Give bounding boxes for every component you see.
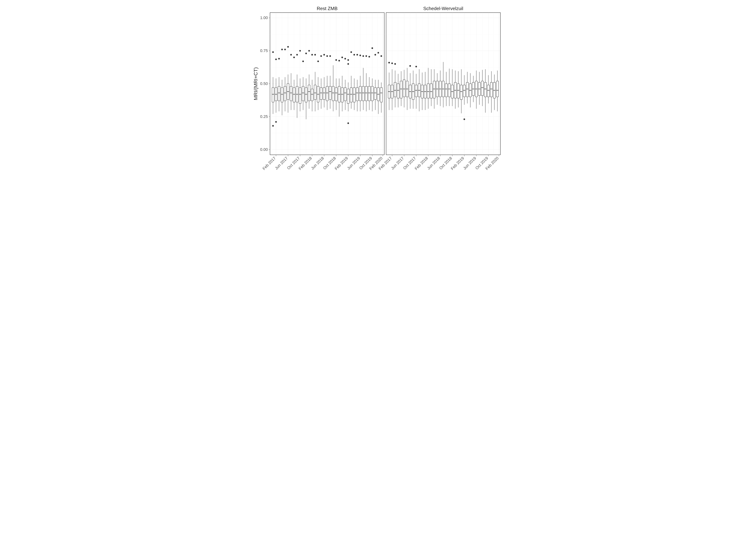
facet-panel: Schedel-WervelzuilFeb 2017Jun 2017Oct 20… [378, 6, 500, 171]
facet-panel: Rest ZMBFeb 2017Jun 2017Oct 2017Feb 2018… [262, 6, 384, 171]
box [350, 88, 352, 102]
box [278, 86, 280, 101]
box [326, 86, 328, 101]
outlier [377, 52, 379, 54]
facet-title: Schedel-Wervelzuil [423, 6, 463, 11]
box [323, 88, 325, 99]
outlier [356, 54, 358, 56]
outlier [287, 46, 289, 48]
box [272, 88, 274, 102]
outlier [374, 54, 376, 56]
outlier [293, 57, 295, 58]
x-tick-label: Jun 2018 [426, 156, 441, 171]
outlier [317, 61, 319, 62]
x-tick-label: Feb 2017 [262, 156, 277, 171]
outlier [305, 53, 307, 54]
outlier [463, 118, 465, 120]
facet-title: Rest ZMB [317, 6, 338, 11]
x-tick-label: Jun 2019 [346, 156, 361, 171]
boxplot-svg: MRI/(MRI+CT)0.000.250.500.751.00Rest ZMB… [252, 4, 504, 184]
x-tick-label: Jun 2017 [390, 156, 405, 171]
outlier [311, 54, 313, 56]
box [380, 88, 382, 102]
box [299, 88, 301, 103]
outlier [290, 54, 292, 56]
y-tick-label: 1.00 [260, 16, 268, 20]
box [344, 88, 346, 101]
outlier [272, 125, 274, 127]
box [281, 88, 283, 102]
outlier [347, 122, 349, 124]
x-tick-label: Jun 2018 [310, 156, 325, 171]
y-tick-label: 0.00 [260, 147, 268, 152]
outlier [272, 51, 274, 53]
outlier [284, 49, 286, 50]
box [394, 82, 396, 97]
outlier [281, 49, 283, 50]
box [427, 84, 429, 98]
box [308, 85, 310, 101]
outlier [347, 59, 349, 61]
box [362, 86, 364, 101]
outlier [341, 57, 343, 58]
outlier [275, 59, 277, 60]
box [445, 84, 447, 97]
outlier [391, 63, 393, 64]
x-tick-label: Feb 2019 [450, 156, 465, 171]
box [484, 82, 486, 97]
x-tick-label: Feb 2018 [414, 156, 429, 171]
box [490, 82, 492, 97]
box [433, 81, 435, 98]
box [353, 88, 355, 102]
box [466, 82, 468, 97]
box [400, 81, 402, 98]
box [293, 88, 295, 102]
outlier [416, 66, 417, 67]
box [329, 86, 331, 99]
box [284, 86, 286, 101]
box [448, 84, 450, 97]
box [359, 86, 361, 101]
outlier [350, 51, 352, 53]
outlier [296, 54, 298, 56]
box [496, 81, 498, 97]
y-tick-label: 0.50 [260, 81, 268, 86]
outlier [308, 50, 310, 52]
box [332, 86, 334, 101]
box [397, 84, 399, 98]
box [460, 85, 462, 99]
outlier [394, 63, 396, 65]
outlier [338, 60, 340, 62]
box [356, 88, 358, 101]
x-tick-label: Feb 2018 [298, 156, 313, 171]
box [341, 88, 343, 102]
box [457, 84, 459, 98]
y-tick-label: 0.75 [260, 49, 268, 53]
outlier [275, 121, 277, 123]
box [430, 84, 433, 98]
box [302, 86, 304, 101]
outlier [299, 50, 301, 52]
outlier [347, 63, 349, 65]
outlier [320, 55, 322, 57]
outlier [314, 54, 316, 56]
outlier [323, 54, 325, 56]
box [290, 86, 292, 101]
outlier [278, 58, 280, 60]
outlier [326, 55, 328, 57]
box [347, 89, 349, 103]
y-axis-title: MRI/(MRI+CT) [253, 67, 258, 100]
box [311, 89, 313, 101]
outlier [381, 55, 382, 57]
x-tick-label: Feb 2019 [334, 156, 349, 171]
outlier [388, 62, 390, 64]
box [320, 88, 322, 99]
outlier [335, 59, 337, 61]
box [365, 86, 367, 101]
box [374, 88, 376, 99]
outlier [344, 58, 346, 60]
box [463, 85, 465, 97]
box [415, 85, 417, 97]
box [403, 80, 405, 97]
outlier [362, 55, 364, 57]
